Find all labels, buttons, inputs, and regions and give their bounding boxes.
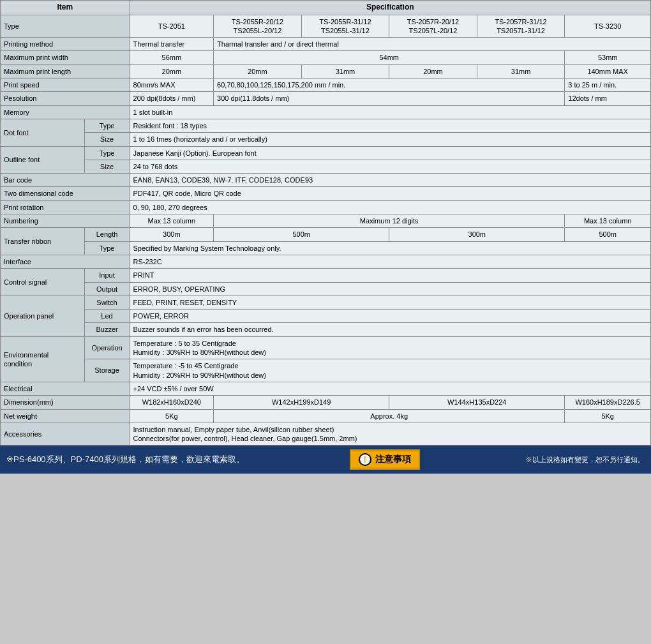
spec-table: Item Specification Type TS-2051 TS-2055R… xyxy=(0,0,651,446)
max-print-length-label: Maximum print length xyxy=(1,64,130,78)
print-speed-val3: 3 to 25 m / min. xyxy=(565,79,651,92)
type-ts2055r20: TS-2055R-20/12 TS2055L-20/12 xyxy=(214,15,302,38)
max-print-length-val4: 20mm xyxy=(389,64,477,78)
dot-font-size-label: Size xyxy=(84,133,130,146)
printing-method-val2: Tharmal transfer and / or direct thermal xyxy=(214,38,651,51)
footer-right-text: ※以上規格如有變更，恕不另行通知。 xyxy=(525,455,645,465)
net-weight-val1: 5Kg xyxy=(130,409,214,423)
type-ts2057r31: TS-2057R-31/12 TS2057L-31/12 xyxy=(477,15,565,38)
bar-code-label: Bar code xyxy=(1,174,130,187)
max-print-length-val6: 140mm MAX xyxy=(565,64,651,78)
transfer-ribbon-length-label: Length xyxy=(84,228,130,241)
type-label: Type xyxy=(1,15,130,38)
dimension-val2: W142xH199xD149 xyxy=(214,396,389,409)
transfer-ribbon-type-val: Specified by Marking System Technoloagy … xyxy=(130,241,650,255)
dot-font-type-val: Resident font : 18 types xyxy=(130,119,650,132)
control-signal-output-val: ERROR, BUSY, OPERATING xyxy=(130,282,650,296)
type-ts2057r20: TS-2057R-20/12 TS2057L-20/12 xyxy=(389,15,477,38)
env-storage-label: Storage xyxy=(84,359,130,382)
type-ts3230: TS-3230 xyxy=(565,15,651,38)
type-ts2055r31: TS-2055R-31/12 TS2055L-31/12 xyxy=(301,15,389,38)
net-weight-val2: Approx. 4kg xyxy=(214,409,565,423)
resolution-val3: 12dots / mm xyxy=(565,92,651,105)
outline-font-type-label: Type xyxy=(84,146,130,160)
accessories-val: Instruction manual, Empty paper tube, An… xyxy=(130,423,650,446)
print-speed-label: Print speed xyxy=(1,79,130,92)
numbering-val2: Maximum 12 digits xyxy=(214,214,565,228)
type-ts2051: TS-2051 xyxy=(130,15,214,38)
resolution-label: Pesolution xyxy=(1,92,130,105)
dimension-val3: W144xH135xD224 xyxy=(389,396,565,409)
memory-val: 1 slot built-in xyxy=(130,105,650,119)
numbering-val3: Max 13 column xyxy=(565,214,651,228)
dot-font-type-label: Type xyxy=(84,119,130,132)
op-panel-buzzer-label: Buzzer xyxy=(84,323,130,336)
env-condition-label: Environmental condition xyxy=(1,336,85,382)
two-dim-val: PDF417, QR code, Micro QR code xyxy=(130,187,650,200)
accessories-label: Accessories xyxy=(1,423,130,446)
dimension-val1: W182xH160xD240 xyxy=(130,396,214,409)
dot-font-label: Dot font xyxy=(1,119,85,146)
max-print-length-val1: 20mm xyxy=(130,64,214,78)
op-panel-buzzer-val: Buzzer sounds if an error has been occur… xyxy=(130,323,650,336)
printing-method-val1: Thermal transfer xyxy=(130,38,214,51)
transfer-ribbon-length-val3: 300m xyxy=(389,228,565,241)
transfer-ribbon-length-val2: 500m xyxy=(214,228,389,241)
warning-icon: ! xyxy=(359,453,371,466)
transfer-ribbon-length-val4: 500m xyxy=(565,228,651,241)
print-rotation-label: Print rotation xyxy=(1,200,130,214)
max-print-width-label: Maximum print width xyxy=(1,51,130,64)
dimension-label: Dimension(mm) xyxy=(1,396,130,409)
resolution-val1: 200 dpi(8dots / mm) xyxy=(130,92,214,105)
transfer-ribbon-type-label: Type xyxy=(84,241,130,255)
print-speed-val2: 60,70,80,100,125,150,175,200 mm / min. xyxy=(214,79,565,92)
interface-label: Interface xyxy=(1,255,130,268)
net-weight-val3: 5Kg xyxy=(565,409,651,423)
op-panel-led-label: Led xyxy=(84,310,130,323)
control-signal-input-label: Input xyxy=(84,269,130,282)
control-signal-label: Control signal xyxy=(1,269,85,296)
two-dim-label: Two dimensional code xyxy=(1,187,130,200)
numbering-val1: Max 13 column xyxy=(130,214,214,228)
transfer-ribbon-label: Transfer ribbon xyxy=(1,228,85,255)
resolution-val2: 300 dpi(11.8dots / mm) xyxy=(214,92,565,105)
max-print-width-val1: 56mm xyxy=(130,51,214,64)
control-signal-output-label: Output xyxy=(84,282,130,296)
max-print-length-val3: 31mm xyxy=(301,64,389,78)
footer-bar: ※PS-6400系列、PD-7400系列規格，如有需要，歡迎來電索取。 ! 注意… xyxy=(0,446,651,474)
interface-val: RS-232C xyxy=(130,255,650,268)
electrical-label: Electrical xyxy=(1,382,130,395)
max-print-length-val5: 31mm xyxy=(477,64,565,78)
outline-font-label: Outline font xyxy=(1,146,85,174)
print-speed-val1: 80mm/s MAX xyxy=(130,79,214,92)
max-print-width-val3: 53mm xyxy=(565,51,651,64)
header-item: Item xyxy=(1,1,130,15)
env-storage-val: Temperature : -5 to 45 Centigrade Humidi… xyxy=(130,359,650,382)
printing-method-label: Printing method xyxy=(1,38,130,51)
transfer-ribbon-length-val1: 300m xyxy=(130,228,214,241)
footer-notice: ! 注意事項 xyxy=(350,449,420,470)
op-panel-led-val: POWER, ERROR xyxy=(130,310,650,323)
op-panel-label: Operation panel xyxy=(1,296,85,336)
numbering-label: Numbering xyxy=(1,214,130,228)
print-rotation-val: 0, 90, 180, 270 degrees xyxy=(130,200,650,214)
op-panel-switch-label: Switch xyxy=(84,296,130,309)
env-operation-label: Operation xyxy=(84,336,130,359)
env-operation-val: Temperature : 5 to 35 Centigrade Humidit… xyxy=(130,336,650,359)
bar-code-val: EAN8, EAN13, CODE39, NW-7. ITF, CODE128,… xyxy=(130,174,650,187)
control-signal-input-val: PRINT xyxy=(130,269,650,282)
footer-left-text: ※PS-6400系列、PD-7400系列規格，如有需要，歡迎來電索取。 xyxy=(6,454,244,465)
header-spec: Specification xyxy=(130,1,650,15)
dimension-val4: W160xH189xD226.5 xyxy=(565,396,651,409)
memory-label: Memory xyxy=(1,105,130,119)
net-weight-label: Net weight xyxy=(1,409,130,423)
op-panel-switch-val: FEED, PRINT, RESET, DENSITY xyxy=(130,296,650,309)
max-print-length-val2: 20mm xyxy=(214,64,302,78)
footer-notice-label: 注意事項 xyxy=(375,454,411,465)
outline-font-size-val: 24 to 768 dots xyxy=(130,160,650,173)
outline-font-type-val: Japanese Kanji (Option). European font xyxy=(130,146,650,160)
outline-font-size-label: Size xyxy=(84,160,130,173)
electrical-val: +24 VCD ±5% / over 50W xyxy=(130,382,650,395)
dot-font-size-val: 1 to 16 tmes (horizontaly and / or verti… xyxy=(130,133,650,146)
max-print-width-val2: 54mm xyxy=(214,51,565,64)
